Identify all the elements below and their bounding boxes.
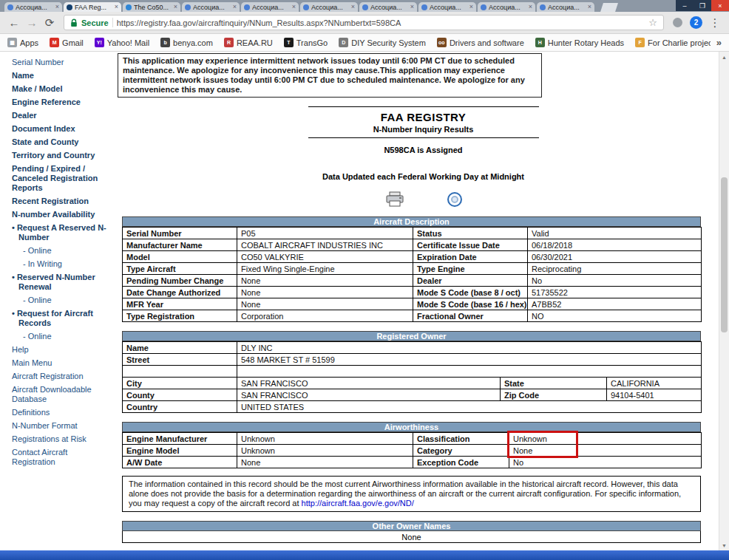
bookmark-label: Apps <box>20 38 38 47</box>
sidebar-item[interactable]: Help <box>12 345 111 355</box>
tab-favicon-icon <box>7 4 13 10</box>
browser-tab[interactable]: Ассоциа... × <box>537 2 594 12</box>
field-label: Status <box>413 228 528 239</box>
field-value: None <box>509 445 702 457</box>
bookmark-item[interactable]: M Gmail <box>50 38 84 47</box>
field-label: Date Change Authorized <box>123 287 237 298</box>
sidebar-item[interactable]: Aircraft Downloadable Database <box>12 385 111 404</box>
tab-close-icon[interactable]: × <box>588 4 591 10</box>
tab-close-icon[interactable]: × <box>174 4 177 10</box>
bookmark-item[interactable]: oo Drivers and software <box>437 38 524 47</box>
airworthiness-title: Airworthiness <box>122 422 701 432</box>
airworthiness-table: Engine ManufacturerUnknownClassification… <box>122 432 702 468</box>
field-value: SAN FRANCISCO <box>237 389 501 401</box>
bookmark-favicon-icon: F <box>635 38 645 47</box>
minimize-button[interactable]: – <box>676 0 694 11</box>
sidebar-item[interactable]: Main Menu <box>12 358 111 368</box>
browser-tab[interactable]: The Co50... × <box>123 2 180 12</box>
new-tab-button[interactable] <box>600 3 618 12</box>
bookmark-item[interactable]: H Hunter Rotary Heads <box>535 38 624 47</box>
address-bar[interactable]: Secure https://registry.faa.gov/aircraft… <box>64 15 664 30</box>
browser-tab[interactable]: Ассоциа... × <box>300 2 358 12</box>
field-value: 94104-5401 <box>607 389 702 401</box>
bookmark-favicon-icon: oo <box>437 38 447 47</box>
sidebar-item[interactable]: Territory and Country <box>12 151 111 160</box>
tab-close-icon[interactable]: × <box>292 4 296 10</box>
bookmark-item[interactable]: F For Charlie project <box>635 38 711 47</box>
sidebar-item[interactable]: - In Writing <box>12 259 111 269</box>
sidebar-item[interactable]: Engine Reference <box>12 98 111 107</box>
tab-close-icon[interactable]: × <box>410 4 414 10</box>
table-row: A/W DateNoneException CodeNo <box>123 457 702 468</box>
scrollbar-thumb[interactable] <box>721 177 728 332</box>
sidebar-item[interactable]: • Request A Reserved N-Number <box>12 223 111 242</box>
bookmark-item[interactable]: Y! Yahoo! Mail <box>95 38 149 47</box>
refresh-button[interactable]: ⟳ <box>41 16 58 30</box>
bookmark-favicon-icon: M <box>50 38 59 47</box>
sidebar-item[interactable]: Dealer <box>12 111 111 120</box>
forward-button[interactable]: → <box>24 16 40 29</box>
browser-tab[interactable]: Ассоциа... × <box>478 2 535 12</box>
browser-tab[interactable]: FAA Reg... × <box>64 2 121 12</box>
field-label: A/W Date <box>123 457 237 468</box>
sidebar-item[interactable]: Serial Number <box>12 58 111 67</box>
sidebar-item[interactable]: N-number Availability <box>12 210 111 219</box>
bookmark-star-icon[interactable]: ☆ <box>648 17 657 28</box>
sidebar-item[interactable]: - Online <box>12 246 111 256</box>
sidebar-item[interactable]: N-Number Format <box>12 421 111 431</box>
browser-tab[interactable]: Ассоциа... × <box>4 2 62 12</box>
field-value: Corporation <box>237 310 413 322</box>
field-value: CALIFORNIA <box>607 378 702 389</box>
printer-icon[interactable] <box>385 191 404 208</box>
bookmark-label: Yahoo! Mail <box>107 38 149 47</box>
sidebar-item[interactable]: - Online <box>12 332 111 341</box>
field-label: Engine Manufacturer <box>123 433 237 445</box>
bookmark-item[interactable]: ▦ Apps <box>7 38 38 47</box>
aircraft-record-link[interactable]: http://aircraft.faa.gov/e.gov/ND/ <box>302 499 414 508</box>
data-server-icon[interactable] <box>447 192 462 207</box>
sidebar-item[interactable]: Make / Model <box>12 84 111 94</box>
sidebar-item[interactable]: - Online <box>12 296 111 305</box>
bookmarks-overflow-icon[interactable]: » <box>716 37 722 48</box>
sidebar-item[interactable]: Recent Registration <box>12 197 111 206</box>
sidebar-item[interactable]: Document Index <box>12 124 111 134</box>
sidebar-item[interactable]: Aircraft Registration <box>12 372 111 381</box>
scroll-down-icon[interactable]: ▼ <box>719 540 729 550</box>
tab-close-icon[interactable]: × <box>233 4 237 10</box>
sidebar-item[interactable]: • Request for Aircraft Records <box>12 309 111 328</box>
maximize-button[interactable]: ❐ <box>694 0 711 11</box>
back-button[interactable]: ← <box>6 16 22 29</box>
tab-close-icon[interactable]: × <box>469 4 473 10</box>
sidebar-item[interactable]: Name <box>12 71 111 81</box>
taskbar <box>0 550 729 560</box>
browser-tab[interactable]: Ассоциа... × <box>418 2 476 12</box>
extension-icon[interactable] <box>673 18 682 27</box>
sidebar-item[interactable]: Pending / Expired / Canceled Registratio… <box>12 164 111 193</box>
tab-close-icon[interactable]: × <box>351 4 355 10</box>
bookmark-item[interactable]: b benya.com <box>160 38 213 47</box>
sidebar-item[interactable]: Contact Aircraft Registration <box>12 448 111 467</box>
bookmarks-bar: ▦ Apps M Gmail Y! Yahoo! Mail b benya.co… <box>0 34 729 52</box>
table-row: ModelCO50 VALKYRIEExpiration Date06/30/2… <box>123 251 702 263</box>
sidebar-item[interactable]: • Reserved N-Number Renewal <box>12 273 111 292</box>
bookmark-item[interactable]: R REAA.RU <box>224 38 273 47</box>
tab-close-icon[interactable]: × <box>55 4 59 10</box>
registered-owner-title: Registered Owner <box>122 331 701 341</box>
scroll-up-icon[interactable]: ▲ <box>719 52 729 62</box>
tab-close-icon[interactable]: × <box>115 4 118 10</box>
browser-tab[interactable]: Ассоциа... × <box>241 2 299 12</box>
sidebar-item[interactable]: State and County <box>12 137 111 147</box>
tab-close-icon[interactable]: × <box>529 4 532 10</box>
close-button[interactable]: × <box>711 0 729 11</box>
registered-owner-section: Registered Owner NameDLY INCStreet548 MA… <box>122 331 701 413</box>
bookmark-item[interactable]: T TransGo <box>284 38 328 47</box>
browser-tab[interactable]: Ассоциа... × <box>182 2 240 12</box>
profile-avatar[interactable]: 2 <box>690 16 702 29</box>
sidebar-item[interactable]: Registrations at Risk <box>12 434 111 444</box>
browser-tab[interactable]: Ассоциа... × <box>359 2 417 12</box>
field-label: Street <box>123 354 237 366</box>
bookmark-item[interactable]: D DIY Security System <box>339 38 426 47</box>
menu-button[interactable]: ⋮ <box>707 16 723 30</box>
sidebar-item[interactable]: Definitions <box>12 408 111 417</box>
page-scrollbar[interactable]: ▲ ▼ <box>719 52 729 550</box>
